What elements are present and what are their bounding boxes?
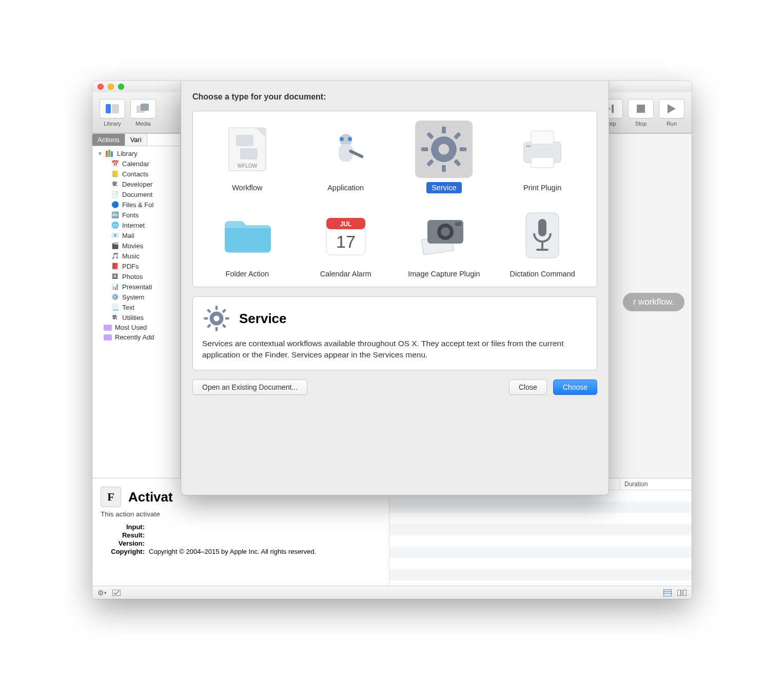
svg-marker-8 xyxy=(668,104,676,113)
svg-text:WFLOW: WFLOW xyxy=(238,163,258,169)
type-workflow[interactable]: WFLOW Workflow xyxy=(198,121,297,193)
sidebar-smart-recently-added[interactable]: Recently Add xyxy=(92,332,180,342)
sidebar-smart-most-used[interactable]: Most Used xyxy=(92,323,180,332)
application-icon xyxy=(322,126,369,173)
sidebar-item-utilities[interactable]: 🛠Utilities xyxy=(92,312,180,323)
svg-rect-9 xyxy=(106,151,108,157)
action-subtitle: This action activate xyxy=(101,510,381,518)
contacts-icon: 📒 xyxy=(111,170,119,178)
svg-rect-20 xyxy=(236,135,253,146)
svg-rect-52 xyxy=(538,219,546,236)
svg-rect-33 xyxy=(454,132,461,139)
library-root[interactable]: ▼ Library xyxy=(92,148,180,158)
svg-point-37 xyxy=(439,144,449,154)
toolbar-stop[interactable]: Stop xyxy=(628,99,654,127)
svg-point-49 xyxy=(441,227,450,236)
library-toggle-icon xyxy=(106,104,119,113)
view-flow-button[interactable] xyxy=(677,588,687,597)
sidebar-item-fonts[interactable]: 🔤Fonts xyxy=(92,210,180,220)
toolbar-media[interactable]: Media xyxy=(130,99,156,127)
sidebar-item-music[interactable]: 🎵Music xyxy=(92,251,180,261)
svg-rect-54 xyxy=(536,249,548,251)
font-book-icon: F xyxy=(101,487,121,507)
svg-point-64 xyxy=(213,316,219,322)
gear-icon: ⚙️ xyxy=(111,293,119,301)
choose-button[interactable]: Choose xyxy=(553,379,597,395)
type-service[interactable]: Service xyxy=(395,121,494,193)
type-dictation-command[interactable]: Dictation Command xyxy=(493,207,592,279)
globe-icon: 🌐 xyxy=(111,221,119,229)
svg-text:17: 17 xyxy=(336,232,356,251)
svg-rect-16 xyxy=(677,590,681,596)
svg-rect-13 xyxy=(663,589,672,596)
svg-rect-59 xyxy=(225,317,229,319)
svg-rect-10 xyxy=(108,150,110,157)
utilities-icon: 🛠 xyxy=(111,313,119,322)
movies-icon: 🎬 xyxy=(111,242,119,250)
svg-rect-17 xyxy=(683,590,687,596)
tab-actions[interactable]: Actions xyxy=(92,134,125,146)
gear-menu-button[interactable]: ⚙︎▾ xyxy=(97,588,107,597)
type-image-capture-plugin[interactable]: Image Capture Plugin xyxy=(395,207,494,279)
selected-type-description: Services are contextual workflows availa… xyxy=(202,338,587,360)
media-icon xyxy=(136,104,150,114)
sidebar-item-calendar[interactable]: 📅Calendar xyxy=(92,158,180,169)
sidebar-item-presentations[interactable]: 📊Presentati xyxy=(92,282,180,292)
type-folder-action[interactable]: Folder Action xyxy=(198,207,297,279)
sidebar-item-photos[interactable]: 🖼Photos xyxy=(92,271,180,282)
close-button[interactable]: Close xyxy=(509,379,547,395)
library-tree[interactable]: ▼ Library 📅Calendar 📒Contacts 🛠Developer… xyxy=(92,146,180,478)
stop-icon xyxy=(637,105,645,113)
sidebar-item-documents[interactable]: 📄Document xyxy=(92,189,180,199)
svg-rect-1 xyxy=(112,104,119,113)
svg-rect-32 xyxy=(460,147,466,151)
svg-rect-3 xyxy=(141,104,149,111)
play-icon xyxy=(668,104,676,113)
type-application[interactable]: Application xyxy=(297,121,395,193)
view-list-button[interactable] xyxy=(663,588,672,597)
sidebar-item-mail[interactable]: 📧Mail xyxy=(92,230,180,241)
sidebar-item-files-folders[interactable]: 🔵Files & Fol xyxy=(92,199,180,210)
svg-rect-34 xyxy=(426,159,434,167)
sidebar-tabs: Actions Vari xyxy=(92,134,180,146)
printer-icon xyxy=(519,128,566,171)
document-type-sheet: Choose a type for your document: WFLOW W… xyxy=(181,81,609,495)
svg-rect-29 xyxy=(442,127,446,133)
toolbar-run[interactable]: Run xyxy=(659,99,684,127)
log-column-duration[interactable]: Duration xyxy=(620,478,692,490)
svg-rect-56 xyxy=(215,306,218,310)
toggle-description-button[interactable] xyxy=(112,588,121,597)
tab-variables[interactable]: Vari xyxy=(125,134,147,146)
svg-rect-58 xyxy=(204,317,208,319)
svg-rect-21 xyxy=(240,148,258,159)
type-calendar-alarm[interactable]: JUL17 Calendar Alarm xyxy=(297,207,395,279)
keynote-icon: 📊 xyxy=(111,283,119,291)
svg-rect-62 xyxy=(207,309,211,313)
sidebar-item-movies[interactable]: 🎬Movies xyxy=(92,241,180,251)
calendar-icon: 📅 xyxy=(111,159,119,168)
svg-rect-57 xyxy=(215,327,218,331)
svg-rect-35 xyxy=(426,132,434,139)
svg-point-27 xyxy=(348,137,352,141)
svg-rect-31 xyxy=(421,147,428,151)
open-existing-button[interactable]: Open an Existing Document... xyxy=(192,379,307,395)
books-icon xyxy=(106,149,114,157)
sidebar: Actions Vari ▼ Library 📅Calendar 📒Contac… xyxy=(92,134,181,478)
svg-text:JUL: JUL xyxy=(340,221,351,228)
sidebar-item-internet[interactable]: 🌐Internet xyxy=(92,220,180,230)
disclosure-triangle-icon[interactable]: ▼ xyxy=(97,151,103,156)
svg-rect-36 xyxy=(454,159,461,167)
sidebar-item-system[interactable]: ⚙️System xyxy=(92,292,180,302)
workflow-hint: r workflow. xyxy=(623,293,684,311)
camera-icon xyxy=(419,215,468,256)
sidebar-item-pdfs[interactable]: 📕PDFs xyxy=(92,261,180,271)
sidebar-item-contacts[interactable]: 📒Contacts xyxy=(92,169,180,179)
svg-rect-0 xyxy=(106,104,111,113)
status-bar: ⚙︎▾ xyxy=(92,586,692,599)
toolbar-library[interactable]: Library xyxy=(100,99,125,127)
type-print-plugin[interactable]: Print Plugin xyxy=(493,121,592,193)
type-grid: WFLOW Workflow Application Service xyxy=(192,111,597,287)
sidebar-item-text[interactable]: 📃Text xyxy=(92,302,180,312)
svg-rect-11 xyxy=(111,151,113,157)
sidebar-item-developer[interactable]: 🛠Developer xyxy=(92,179,180,189)
